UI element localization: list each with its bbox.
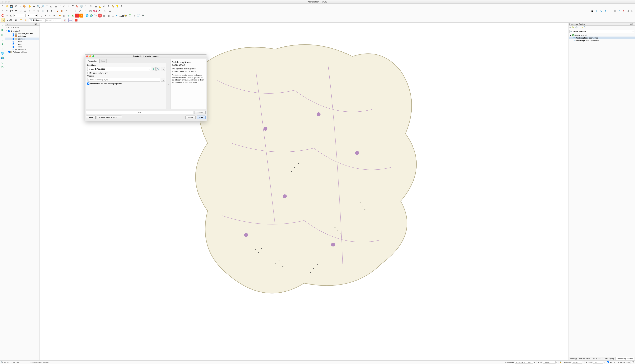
paste-icon[interactable]: 📋 (41, 9, 45, 13)
zoom-full-icon[interactable]: ⛶ (45, 4, 49, 8)
add-vector-icon[interactable]: V (1, 24, 4, 27)
undock-icon[interactable]: ◧ (35, 23, 37, 25)
save-edits-icon[interactable]: 💾 (10, 9, 14, 13)
export-icon[interactable]: ⎘ (132, 14, 136, 18)
extents-icon[interactable]: ⊞ (534, 361, 535, 363)
snap-config-icon[interactable]: ▾ (5, 14, 9, 18)
split-icon[interactable]: ⫽ (78, 9, 82, 13)
digitize-polygon-icon[interactable]: ▱ (56, 9, 60, 13)
color-grid-icon[interactable]: 🟥 (74, 18, 78, 22)
remove-layer-icon[interactable]: − (18, 26, 19, 28)
zoom-in-icon[interactable]: 🔍 (36, 4, 40, 8)
add-wms-icon[interactable]: 🌐 (1, 52, 4, 55)
diagram-icon[interactable]: ◔ (97, 9, 101, 13)
tab-value-tool[interactable]: Value Tool (591, 357, 602, 360)
layer-item[interactable]: pois (5, 43, 39, 46)
messages-icon[interactable]: 💬 (632, 361, 634, 363)
vertex-tool-icon[interactable]: ∿ (65, 9, 69, 13)
zoom-layer-icon[interactable]: ◱ (54, 4, 58, 8)
render-checkbox[interactable] (607, 361, 609, 363)
layer-item[interactable]: waterways (5, 48, 39, 51)
curve-1-icon[interactable]: ∿ (599, 9, 603, 13)
snap-vertex-icon[interactable]: ⊡ (9, 14, 13, 18)
pin-label-icon[interactable]: abc (93, 9, 97, 13)
tab-layer-styling[interactable]: Layer Styling (602, 357, 616, 360)
cad-tools-icon[interactable]: ▥ (612, 9, 616, 13)
layer-visibility-checkbox[interactable] (13, 33, 15, 34)
globe-icon[interactable]: 🌐 (85, 14, 89, 18)
refresh-icon[interactable]: ⟳ (84, 4, 88, 8)
delete-icon[interactable]: 🗑 (28, 9, 32, 13)
layer-group[interactable]: ▼ 🗀 module8 (5, 30, 39, 32)
tab-topology-checker[interactable]: Topology Checker Panel (569, 357, 591, 360)
new-bookmark-icon[interactable]: 🔖 (75, 4, 79, 8)
zoom-last-icon[interactable]: ↶ (62, 4, 66, 8)
help-button[interactable]: Help (86, 116, 96, 119)
selected-features-row[interactable]: Selected features only (87, 72, 165, 74)
add-mesh-icon[interactable]: ◫ (1, 33, 4, 36)
select-by-expression-icon[interactable]: ε▾ (5, 18, 9, 22)
layer-visibility-checkbox[interactable] (13, 46, 15, 48)
maptips-icon[interactable]: 💡 (115, 4, 119, 8)
binoculars-icon[interactable]: 🔭 (94, 14, 98, 18)
zoom-native-icon[interactable]: 1:1 (58, 4, 62, 8)
collapse-icon[interactable]: ▼ (6, 30, 8, 32)
processing-tree[interactable]: ▼ Q Vector general ✲ Delete duplicate ge… (569, 34, 635, 357)
add-raster-icon[interactable]: ▦ (1, 28, 4, 32)
manage-visibility-icon[interactable]: 👁 (10, 26, 12, 28)
group-visibility-checkbox[interactable] (8, 30, 10, 32)
coord-capture-icon[interactable]: ⊕ (595, 9, 599, 13)
collapse-icon[interactable]: ▼ (570, 34, 571, 36)
history-icon[interactable]: 🕓 (575, 26, 578, 28)
plugin-c-icon[interactable]: ◎ (67, 14, 71, 18)
minimize-window-icon[interactable] (5, 1, 7, 3)
toggle-editing-icon[interactable]: ✏ (5, 9, 9, 13)
plugin-a-icon[interactable]: ◆ (58, 14, 62, 18)
close-button[interactable]: Close (185, 116, 196, 119)
advanced-digitize-icon[interactable]: ✦ (621, 9, 625, 13)
node-tool-icon[interactable]: ◈ (23, 9, 27, 13)
curve-2-icon[interactable]: ≋ (603, 9, 607, 13)
open-project-icon[interactable]: 📂 (5, 4, 9, 8)
new-project-icon[interactable]: 🗋 (1, 4, 5, 8)
scale-value[interactable]: 1:1212503 (543, 361, 556, 364)
layer-item[interactable]: Rajshahi_division (5, 51, 39, 54)
analysis-icon[interactable]: ∿ (115, 14, 119, 18)
chart-icon[interactable]: 📈 (63, 18, 67, 22)
add-wfs-icon[interactable]: V₂ (1, 65, 4, 69)
ref-icon[interactable]: Ref (98, 14, 102, 18)
add-wcs-icon[interactable]: ⬙ (1, 61, 4, 64)
raster-icon[interactable]: ▩ (107, 14, 111, 18)
mesh-icon[interactable]: ◫ (111, 14, 115, 18)
processing-search[interactable]: 🔍 ⊘ (569, 30, 634, 33)
cad-number-icon[interactable]: 123 (617, 9, 621, 13)
cut-icon[interactable]: ✂ (32, 9, 36, 13)
model-icon[interactable]: ⚙ (569, 26, 571, 28)
topo-edit-icon[interactable]: ⊞ (626, 9, 630, 13)
collapse-all-icon[interactable]: ≡ (17, 26, 18, 28)
identify-icon[interactable]: ⓘ (89, 4, 93, 8)
close-panel-icon[interactable]: × (37, 23, 39, 25)
run-button[interactable]: Run (197, 116, 206, 119)
layer-visibility-checkbox[interactable] (8, 51, 10, 53)
close-panel-icon[interactable]: × (632, 23, 634, 25)
maximize-window-icon[interactable] (8, 1, 10, 3)
tab-parameters[interactable]: Parameters (86, 59, 100, 63)
locator[interactable]: 🔍 (0, 360, 27, 364)
layer-item[interactable]: roads (5, 46, 39, 48)
zoom-next-icon[interactable]: ↷ (67, 4, 71, 8)
collapse-right-icon[interactable]: ▸ (168, 84, 169, 86)
new-map-view-icon[interactable]: 🗔 (71, 4, 75, 8)
algo-item[interactable]: ✲ Delete duplicates by attribute (569, 39, 635, 42)
add-feature-icon[interactable]: ⬒ (14, 9, 18, 13)
rotation-value[interactable]: 0,0 ° (593, 361, 603, 364)
measure-icon[interactable]: 📏 (111, 4, 115, 8)
annotation-icon[interactable]: T (119, 4, 123, 8)
close-window-icon[interactable] (2, 1, 4, 3)
plugin-b-icon[interactable]: ▤ (62, 14, 66, 18)
snap-intersection-icon[interactable]: ✕ (44, 14, 48, 18)
undo-icon[interactable]: ↺ (45, 9, 49, 13)
messages-chunk[interactable]: 💬 (630, 360, 635, 364)
dialog-titlebar[interactable]: Delete Duplicate Geometries (85, 54, 207, 58)
edc-icon[interactable]: EDC (69, 18, 73, 22)
